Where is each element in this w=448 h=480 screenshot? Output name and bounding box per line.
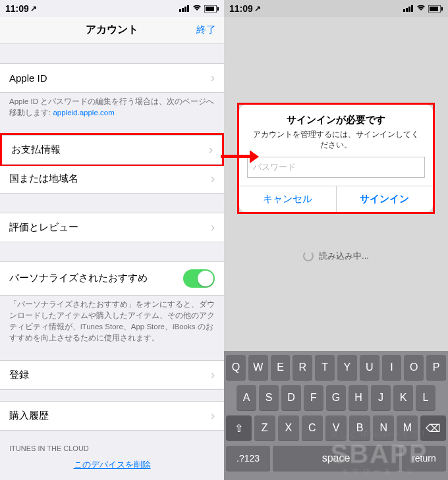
status-bar: 11:09 ↗: [0, 0, 224, 17]
svg-rect-7: [403, 9, 405, 12]
cell-label: Apple ID: [9, 72, 47, 84]
chevron-icon: ›: [211, 409, 215, 423]
chevron-icon: ›: [211, 172, 215, 186]
key[interactable]: X: [278, 415, 299, 440]
space-key[interactable]: space: [273, 446, 399, 471]
highlight-payment: お支払情報 ›: [0, 133, 224, 166]
key[interactable]: A: [237, 385, 256, 410]
status-time: 11:09: [229, 3, 253, 14]
section-header-itunes: iTUNES IN THE CLOUD: [0, 442, 224, 455]
key[interactable]: P: [426, 355, 446, 380]
cell-apple-id[interactable]: Apple ID ›: [0, 63, 224, 93]
cell-purchase-history[interactable]: 購入履歴 ›: [0, 401, 224, 431]
key[interactable]: J: [371, 385, 391, 410]
key[interactable]: I: [382, 355, 402, 380]
status-bar: 11:09 ↗: [224, 0, 448, 17]
key[interactable]: M: [397, 415, 418, 440]
key[interactable]: Y: [337, 355, 357, 380]
cell-label: 購入履歴: [9, 410, 49, 422]
keyboard-row-1: Q W E R T Y U I O P: [226, 355, 446, 380]
key[interactable]: K: [393, 385, 413, 410]
apple-id-footer: Apple ID とパスワードの編集を行う場合は、次のページへ移動します: ap…: [0, 92, 224, 123]
key[interactable]: G: [326, 385, 346, 410]
shift-key[interactable]: ⇧: [226, 415, 252, 440]
right-screenshot: 11:09 ↗ サインインが必要です アカウントを管理するには、サインインしてく…: [224, 0, 448, 480]
spinner-icon: [303, 251, 314, 261]
page-title: アカウント: [86, 23, 138, 37]
cell-country[interactable]: 国または地域名 ›: [0, 164, 224, 194]
cell-label: 評価とレビュー: [9, 221, 78, 234]
svg-rect-3: [187, 5, 189, 12]
key[interactable]: Z: [254, 415, 275, 440]
cell-reviews[interactable]: 評価とレビュー ›: [0, 213, 224, 242]
svg-rect-6: [217, 7, 219, 11]
keyboard-row-3: ⇧ Z X C V B N M ⌫: [226, 415, 446, 440]
cell-label: パーソナライズされたおすすめ: [9, 272, 148, 284]
chevron-icon: ›: [209, 143, 213, 157]
status-icons: [403, 5, 443, 13]
location-icon: ↗: [254, 4, 261, 13]
key[interactable]: L: [416, 385, 435, 410]
location-icon: ↗: [30, 4, 37, 13]
delete-key[interactable]: ⌫: [420, 415, 446, 440]
keyboard-row-2: A S D F G H J K L: [226, 385, 446, 410]
delete-device-link[interactable]: このデバイスを削除: [0, 455, 224, 475]
svg-rect-9: [408, 7, 410, 12]
key[interactable]: Q: [226, 355, 246, 380]
cell-payment[interactable]: お支払情報 ›: [2, 135, 222, 165]
chevron-icon: ›: [211, 221, 215, 234]
keyboard: Q W E R T Y U I O P A S D F G H J K L: [224, 351, 448, 480]
nav-bar: アカウント 終了: [0, 17, 224, 43]
cell-label: 登録: [9, 369, 29, 381]
status-time: 11:09: [5, 3, 29, 14]
done-button[interactable]: 終了: [196, 24, 216, 36]
cell-personalized: パーソナライズされたおすすめ: [0, 261, 224, 296]
return-key[interactable]: return: [402, 446, 446, 471]
annotation-arrow: [221, 155, 252, 158]
password-input[interactable]: パスワード: [247, 157, 425, 178]
key[interactable]: T: [315, 355, 335, 380]
svg-rect-1: [182, 8, 184, 12]
key[interactable]: W: [248, 355, 268, 380]
svg-rect-0: [179, 9, 181, 12]
signin-dialog: サインインが必要です アカウントを管理するには、サインインしてください。 パスワ…: [239, 105, 433, 212]
dialog-message: アカウントを管理するには、サインインしてください。: [239, 129, 433, 157]
cell-label: お支払情報: [11, 144, 61, 156]
key[interactable]: C: [302, 415, 323, 440]
chevron-icon: ›: [211, 71, 215, 85]
key[interactable]: S: [259, 385, 279, 410]
key[interactable]: D: [281, 385, 301, 410]
highlight-dialog: サインインが必要です アカウントを管理するには、サインインしてください。 パスワ…: [237, 103, 435, 214]
key[interactable]: N: [373, 415, 394, 440]
svg-rect-5: [206, 7, 214, 11]
keyboard-row-4: .?123 space return: [226, 446, 446, 471]
key[interactable]: H: [349, 385, 368, 410]
svg-rect-10: [411, 5, 413, 12]
signin-button[interactable]: サインイン: [336, 186, 434, 212]
key[interactable]: V: [325, 415, 347, 440]
key[interactable]: O: [404, 355, 424, 380]
cell-label: 国または地域名: [9, 173, 78, 185]
cancel-button[interactable]: キャンセル: [239, 186, 336, 212]
chevron-icon: ›: [211, 368, 215, 382]
left-screenshot: 11:09 ↗ アカウント 終了 Apple ID › Apple ID とパス…: [0, 0, 224, 480]
personalized-footer: 「パーソナライズされたおすすめ」をオンにすると、ダウンロードしたアイテムや購入し…: [0, 295, 224, 348]
loading-indicator: 読み込み中...: [224, 250, 448, 262]
dialog-title: サインインが必要です: [239, 105, 433, 129]
key[interactable]: F: [304, 385, 323, 410]
cell-register[interactable]: 登録 ›: [0, 360, 224, 390]
svg-rect-13: [441, 7, 443, 11]
status-icons: [179, 5, 219, 13]
svg-rect-12: [430, 7, 438, 11]
personalized-toggle[interactable]: [183, 269, 215, 288]
svg-rect-2: [184, 7, 186, 12]
apple-id-link[interactable]: appleid.apple.com: [53, 109, 114, 117]
key[interactable]: R: [293, 355, 312, 380]
key[interactable]: U: [360, 355, 379, 380]
key[interactable]: E: [271, 355, 291, 380]
key[interactable]: B: [349, 415, 370, 440]
svg-rect-8: [406, 8, 408, 12]
mode-key[interactable]: .?123: [226, 446, 270, 471]
